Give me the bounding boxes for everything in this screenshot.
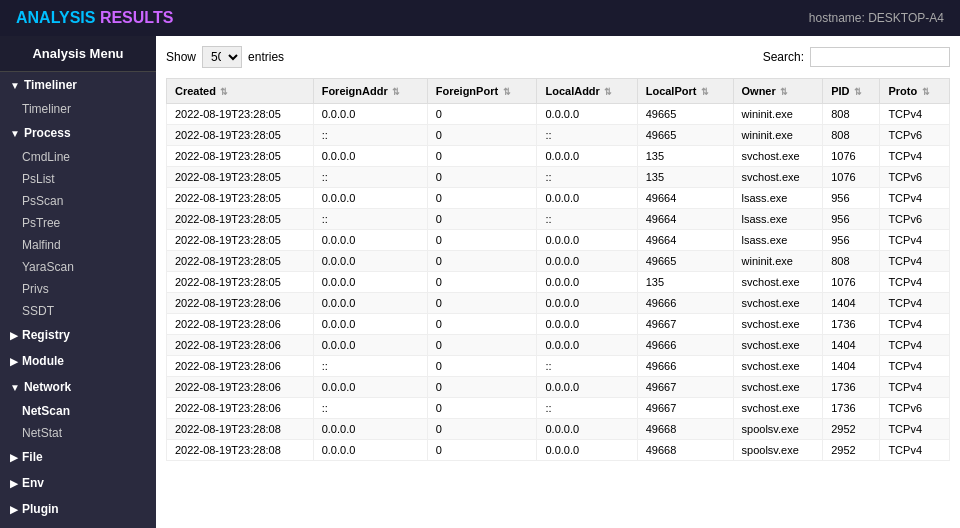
cell-pid: 1076	[823, 272, 880, 293]
cell-owner: spoolsv.exe	[733, 440, 823, 461]
cell-owner: wininit.exe	[733, 125, 823, 146]
cell-proto: TCPv4	[880, 230, 950, 251]
cell-local_addr: ::	[537, 167, 637, 188]
table-row[interactable]: 2022-08-19T23:28:060.0.0.000.0.0.049666s…	[167, 293, 950, 314]
toolbar-left: Show 50 10 25 100 entries	[166, 46, 284, 68]
cell-local_addr: 0.0.0.0	[537, 146, 637, 167]
cell-proto: TCPv4	[880, 272, 950, 293]
table-row[interactable]: 2022-08-19T23:28:050.0.0.000.0.0.0135svc…	[167, 272, 950, 293]
col-foreignport[interactable]: ForeignPort ⇅	[427, 79, 537, 104]
col-proto[interactable]: Proto ⇅	[880, 79, 950, 104]
table-row[interactable]: 2022-08-19T23:28:080.0.0.000.0.0.049668s…	[167, 419, 950, 440]
sidebar-item-psscan[interactable]: PsScan	[0, 190, 156, 212]
sidebar-group-header-registry[interactable]: ▶Registry	[0, 322, 156, 348]
sidebar-item-malfind[interactable]: Malfind	[0, 234, 156, 256]
table-toolbar: Show 50 10 25 100 entries Search:	[166, 46, 950, 68]
col-owner[interactable]: Owner ⇅	[733, 79, 823, 104]
cell-proto: TCPv6	[880, 398, 950, 419]
cell-created: 2022-08-19T23:28:06	[167, 377, 314, 398]
cell-pid: 1076	[823, 146, 880, 167]
sidebar-item-yarascan[interactable]: YaraScan	[0, 256, 156, 278]
table-row[interactable]: 2022-08-19T23:28:05::0::49665wininit.exe…	[167, 125, 950, 146]
sidebar-group-header-other[interactable]: ▶Other	[0, 522, 156, 528]
sidebar-item-pstree[interactable]: PsTree	[0, 212, 156, 234]
cell-created: 2022-08-19T23:28:06	[167, 293, 314, 314]
chevron-icon: ▶	[10, 330, 18, 341]
cell-created: 2022-08-19T23:28:05	[167, 188, 314, 209]
sidebar-group-file: ▶File	[0, 444, 156, 470]
sidebar-group-header-timeliner[interactable]: ▼Timeliner	[0, 72, 156, 98]
col-pid[interactable]: PID ⇅	[823, 79, 880, 104]
cell-pid: 1736	[823, 377, 880, 398]
sidebar-group-header-module[interactable]: ▶Module	[0, 348, 156, 374]
col-created[interactable]: Created ⇅	[167, 79, 314, 104]
entries-label: entries	[248, 50, 284, 64]
sort-arrows-icon: ⇅	[919, 87, 930, 97]
chevron-icon: ▶	[10, 504, 18, 515]
sidebar-group-env: ▶Env	[0, 470, 156, 496]
sidebar-item-netstat[interactable]: NetStat	[0, 422, 156, 444]
table-row[interactable]: 2022-08-19T23:28:050.0.0.000.0.0.049665w…	[167, 104, 950, 125]
hostname-label: hostname: DESKTOP-A4	[809, 11, 944, 25]
cell-proto: TCPv4	[880, 377, 950, 398]
table-row[interactable]: 2022-08-19T23:28:060.0.0.000.0.0.049666s…	[167, 335, 950, 356]
sidebar-item-ssdt[interactable]: SSDT	[0, 300, 156, 322]
cell-created: 2022-08-19T23:28:06	[167, 398, 314, 419]
cell-pid: 956	[823, 230, 880, 251]
sidebar-item-netscan[interactable]: NetScan	[0, 400, 156, 422]
cell-owner: spoolsv.exe	[733, 419, 823, 440]
cell-proto: TCPv6	[880, 167, 950, 188]
cell-local_port: 49666	[637, 335, 733, 356]
sidebar-item-timeliner[interactable]: Timeliner	[0, 98, 156, 120]
sidebar-group-label: Plugin	[22, 502, 59, 516]
sidebar-group-header-file[interactable]: ▶File	[0, 444, 156, 470]
sidebar-item-pslist[interactable]: PsList	[0, 168, 156, 190]
table-row[interactable]: 2022-08-19T23:28:06::0::49667svchost.exe…	[167, 398, 950, 419]
col-foreignaddr[interactable]: ForeignAddr ⇅	[313, 79, 427, 104]
cell-created: 2022-08-19T23:28:06	[167, 335, 314, 356]
cell-local_port: 49667	[637, 377, 733, 398]
sidebar-group-header-network[interactable]: ▼Network	[0, 374, 156, 400]
sidebar-group-header-process[interactable]: ▼Process	[0, 120, 156, 146]
cell-foreign_addr: 0.0.0.0	[313, 188, 427, 209]
cell-foreign_port: 0	[427, 188, 537, 209]
table-row[interactable]: 2022-08-19T23:28:060.0.0.000.0.0.049667s…	[167, 377, 950, 398]
sidebar-group-header-env[interactable]: ▶Env	[0, 470, 156, 496]
cell-created: 2022-08-19T23:28:08	[167, 440, 314, 461]
cell-proto: TCPv4	[880, 251, 950, 272]
app-title: ANALYSIS RESULTS	[16, 9, 173, 27]
table-row[interactable]: 2022-08-19T23:28:050.0.0.000.0.0.0135svc…	[167, 146, 950, 167]
entries-select[interactable]: 50 10 25 100	[202, 46, 242, 68]
cell-proto: TCPv4	[880, 188, 950, 209]
main-layout: Analysis Menu ▼TimelinerTimeliner▼Proces…	[0, 36, 960, 528]
cell-local_addr: 0.0.0.0	[537, 104, 637, 125]
cell-proto: TCPv4	[880, 146, 950, 167]
col-localaddr[interactable]: LocalAddr ⇅	[537, 79, 637, 104]
sidebar-item-cmdline[interactable]: CmdLine	[0, 146, 156, 168]
cell-foreign_addr: 0.0.0.0	[313, 419, 427, 440]
table-row[interactable]: 2022-08-19T23:28:060.0.0.000.0.0.049667s…	[167, 314, 950, 335]
table-row[interactable]: 2022-08-19T23:28:06::0::49666svchost.exe…	[167, 356, 950, 377]
sidebar-group-header-plugin[interactable]: ▶Plugin	[0, 496, 156, 522]
sidebar-title: Analysis Menu	[0, 36, 156, 72]
table-row[interactable]: 2022-08-19T23:28:050.0.0.000.0.0.049664l…	[167, 188, 950, 209]
table-row[interactable]: 2022-08-19T23:28:050.0.0.000.0.0.049664l…	[167, 230, 950, 251]
cell-local_port: 135	[637, 146, 733, 167]
cell-created: 2022-08-19T23:28:06	[167, 314, 314, 335]
cell-foreign_addr: ::	[313, 398, 427, 419]
cell-foreign_port: 0	[427, 251, 537, 272]
col-localport[interactable]: LocalPort ⇅	[637, 79, 733, 104]
cell-created: 2022-08-19T23:28:05	[167, 251, 314, 272]
table-row[interactable]: 2022-08-19T23:28:080.0.0.000.0.0.049668s…	[167, 440, 950, 461]
table-row[interactable]: 2022-08-19T23:28:05::0::49664lsass.exe95…	[167, 209, 950, 230]
sidebar-group-label: Timeliner	[24, 78, 77, 92]
sidebar-item-privs[interactable]: Privs	[0, 278, 156, 300]
search-input[interactable]	[810, 47, 950, 67]
cell-pid: 1404	[823, 335, 880, 356]
table-row[interactable]: 2022-08-19T23:28:05::0::135svchost.exe10…	[167, 167, 950, 188]
sidebar-group-plugin: ▶Plugin	[0, 496, 156, 522]
table-row[interactable]: 2022-08-19T23:28:050.0.0.000.0.0.049665w…	[167, 251, 950, 272]
chevron-icon: ▶	[10, 478, 18, 489]
cell-proto: TCPv4	[880, 440, 950, 461]
cell-foreign_addr: 0.0.0.0	[313, 104, 427, 125]
